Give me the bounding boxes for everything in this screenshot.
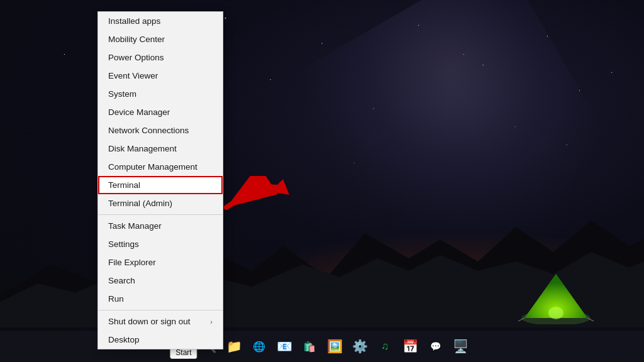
taskbar: ⊞ Start 🔍 📁 🌐 📧 🛍️ 🖼️ ⚙️ ♫ 📅 💬 🖥️ bbox=[0, 331, 644, 362]
menu-item-computer-management[interactable]: Computer Management bbox=[98, 158, 223, 176]
taskbar-calendar[interactable]: 📅 bbox=[399, 335, 421, 358]
menu-item-label-device-manager: Device Manager bbox=[108, 107, 170, 117]
menu-separator bbox=[98, 310, 223, 310]
taskbar-discord[interactable]: 💬 bbox=[424, 335, 447, 358]
menu-item-label-system: System bbox=[108, 89, 136, 99]
menu-item-label-task-manager: Task Manager bbox=[108, 221, 162, 231]
menu-item-shut-down[interactable]: Shut down or sign out› bbox=[98, 312, 223, 331]
menu-item-terminal[interactable]: Terminal bbox=[98, 176, 223, 194]
taskbar-photos[interactable]: 🖼️ bbox=[323, 335, 346, 358]
menu-item-label-disk-management: Disk Management bbox=[108, 144, 177, 153]
context-menu: Installed appsMobility CenterPower Optio… bbox=[97, 11, 223, 349]
menu-item-label-power-options: Power Options bbox=[108, 53, 164, 62]
menu-item-label-mobility-center: Mobility Center bbox=[108, 35, 165, 44]
menu-item-task-manager[interactable]: Task Manager bbox=[98, 217, 223, 235]
menu-item-arrow-shut-down: › bbox=[210, 318, 213, 326]
taskbar-edge[interactable]: 🌐 bbox=[248, 335, 270, 358]
menu-item-settings[interactable]: Settings bbox=[98, 235, 223, 253]
menu-item-label-run: Run bbox=[108, 294, 124, 304]
menu-item-device-manager[interactable]: Device Manager bbox=[98, 103, 223, 121]
desktop-background bbox=[0, 0, 644, 362]
menu-item-label-file-explorer: File Explorer bbox=[108, 258, 156, 267]
menu-item-mobility-center[interactable]: Mobility Center bbox=[98, 30, 223, 48]
menu-item-installed-apps[interactable]: Installed apps bbox=[98, 12, 223, 30]
menu-item-label-terminal-admin: Terminal (Admin) bbox=[108, 199, 172, 208]
taskbar-settings[interactable]: ⚙️ bbox=[348, 335, 371, 358]
taskbar-store[interactable]: 🛍️ bbox=[298, 335, 321, 358]
menu-item-network-connections[interactable]: Network Connections bbox=[98, 121, 223, 140]
menu-item-file-explorer[interactable]: File Explorer bbox=[98, 253, 223, 272]
menu-item-label-installed-apps: Installed apps bbox=[108, 16, 160, 26]
menu-item-terminal-admin[interactable]: Terminal (Admin) bbox=[98, 194, 223, 212]
menu-item-label-settings: Settings bbox=[108, 239, 139, 249]
menu-item-label-desktop: Desktop bbox=[108, 335, 140, 344]
menu-item-desktop[interactable]: Desktop bbox=[98, 331, 223, 349]
taskbar-spotify[interactable]: ♫ bbox=[374, 335, 396, 358]
menu-item-label-event-viewer: Event Viewer bbox=[108, 71, 158, 80]
tent-icon bbox=[518, 268, 594, 324]
menu-item-label-computer-management: Computer Management bbox=[108, 162, 197, 172]
menu-item-power-options[interactable]: Power Options bbox=[98, 48, 223, 67]
taskbar-explorer[interactable]: 📁 bbox=[223, 335, 245, 358]
menu-item-event-viewer[interactable]: Event Viewer bbox=[98, 67, 223, 85]
menu-item-label-search: Search bbox=[108, 276, 135, 285]
menu-item-label-shut-down: Shut down or sign out bbox=[108, 317, 191, 326]
menu-item-system[interactable]: System bbox=[98, 85, 223, 103]
taskbar-mail[interactable]: 📧 bbox=[273, 335, 296, 358]
svg-point-5 bbox=[548, 307, 564, 319]
menu-separator bbox=[98, 214, 223, 215]
menu-item-search[interactable]: Search bbox=[98, 272, 223, 290]
menu-item-label-network-connections: Network Connections bbox=[108, 126, 189, 135]
taskbar-extra[interactable]: 🖥️ bbox=[449, 335, 472, 358]
menu-item-label-terminal: Terminal bbox=[108, 180, 140, 190]
menu-item-disk-management[interactable]: Disk Management bbox=[98, 140, 223, 158]
menu-item-run[interactable]: Run bbox=[98, 290, 223, 308]
